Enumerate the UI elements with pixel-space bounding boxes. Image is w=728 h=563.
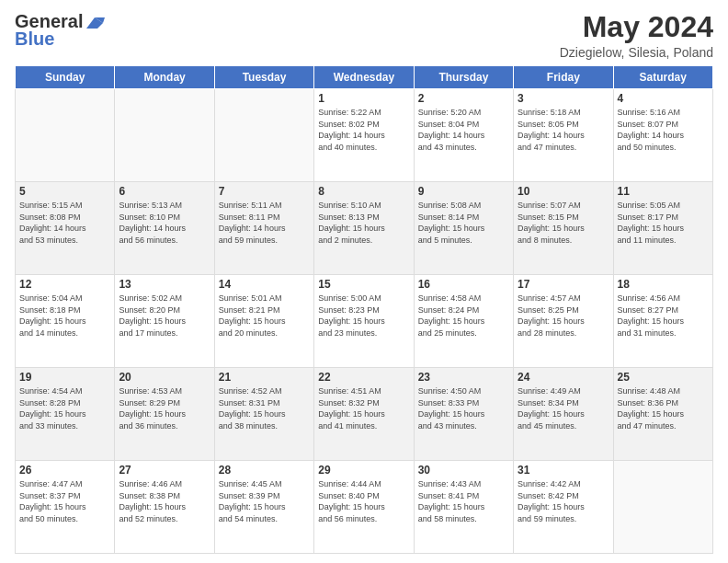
- calendar-week-row: 5Sunrise: 5:15 AM Sunset: 8:08 PM Daylig…: [16, 182, 713, 275]
- day-info: Sunrise: 5:05 AM Sunset: 8:17 PM Dayligh…: [618, 200, 709, 246]
- calendar-cell: 9Sunrise: 5:08 AM Sunset: 8:14 PM Daylig…: [414, 182, 513, 275]
- day-info: Sunrise: 4:54 AM Sunset: 8:28 PM Dayligh…: [19, 385, 110, 431]
- day-number: 14: [219, 278, 310, 291]
- calendar-week-row: 19Sunrise: 4:54 AM Sunset: 8:28 PM Dayli…: [16, 368, 713, 461]
- day-number: 7: [219, 185, 310, 198]
- day-info: Sunrise: 5:18 AM Sunset: 8:05 PM Dayligh…: [518, 107, 609, 153]
- weekday-header-sunday: Sunday: [16, 66, 115, 89]
- day-number: 19: [19, 371, 110, 384]
- day-info: Sunrise: 4:45 AM Sunset: 8:39 PM Dayligh…: [219, 478, 310, 524]
- day-info: Sunrise: 4:53 AM Sunset: 8:29 PM Dayligh…: [119, 385, 210, 431]
- day-info: Sunrise: 4:57 AM Sunset: 8:25 PM Dayligh…: [518, 293, 609, 339]
- calendar-cell: 11Sunrise: 5:05 AM Sunset: 8:17 PM Dayli…: [613, 182, 712, 275]
- day-info: Sunrise: 5:04 AM Sunset: 8:18 PM Dayligh…: [19, 293, 110, 339]
- day-number: 21: [219, 371, 310, 384]
- calendar-cell: [613, 461, 712, 554]
- calendar-cell: 19Sunrise: 4:54 AM Sunset: 8:28 PM Dayli…: [16, 368, 115, 461]
- calendar-cell: 25Sunrise: 4:48 AM Sunset: 8:36 PM Dayli…: [613, 368, 712, 461]
- day-info: Sunrise: 5:13 AM Sunset: 8:10 PM Dayligh…: [119, 200, 210, 246]
- calendar-cell: 4Sunrise: 5:16 AM Sunset: 8:07 PM Daylig…: [613, 89, 712, 182]
- weekday-header-thursday: Thursday: [414, 66, 513, 89]
- day-info: Sunrise: 4:47 AM Sunset: 8:37 PM Dayligh…: [19, 478, 110, 524]
- day-info: Sunrise: 5:16 AM Sunset: 8:07 PM Dayligh…: [618, 107, 709, 153]
- calendar-cell: 23Sunrise: 4:50 AM Sunset: 8:33 PM Dayli…: [414, 368, 513, 461]
- calendar-cell: 26Sunrise: 4:47 AM Sunset: 8:37 PM Dayli…: [16, 461, 115, 554]
- calendar-cell: 20Sunrise: 4:53 AM Sunset: 8:29 PM Dayli…: [115, 368, 214, 461]
- calendar-cell: 24Sunrise: 4:49 AM Sunset: 8:34 PM Dayli…: [514, 368, 613, 461]
- day-number: 22: [318, 371, 409, 384]
- calendar-cell: [16, 89, 115, 182]
- weekday-header-monday: Monday: [115, 66, 214, 89]
- calendar-cell: 16Sunrise: 4:58 AM Sunset: 8:24 PM Dayli…: [414, 275, 513, 368]
- calendar-week-row: 26Sunrise: 4:47 AM Sunset: 8:37 PM Dayli…: [16, 461, 713, 554]
- day-number: 20: [119, 371, 210, 384]
- day-info: Sunrise: 5:22 AM Sunset: 8:02 PM Dayligh…: [318, 107, 409, 153]
- day-info: Sunrise: 4:52 AM Sunset: 8:31 PM Dayligh…: [219, 385, 310, 431]
- calendar-cell: 6Sunrise: 5:13 AM Sunset: 8:10 PM Daylig…: [115, 182, 214, 275]
- day-number: 31: [518, 464, 609, 477]
- day-info: Sunrise: 5:07 AM Sunset: 8:15 PM Dayligh…: [518, 200, 609, 246]
- day-number: 5: [19, 185, 110, 198]
- day-number: 9: [418, 185, 509, 198]
- day-number: 26: [19, 464, 110, 477]
- day-number: 24: [518, 371, 609, 384]
- day-info: Sunrise: 5:15 AM Sunset: 8:08 PM Dayligh…: [19, 200, 110, 246]
- weekday-header-row: SundayMondayTuesdayWednesdayThursdayFrid…: [16, 66, 713, 89]
- calendar-cell: 14Sunrise: 5:01 AM Sunset: 8:21 PM Dayli…: [214, 275, 313, 368]
- day-number: 4: [618, 92, 709, 105]
- day-info: Sunrise: 5:08 AM Sunset: 8:14 PM Dayligh…: [418, 200, 509, 246]
- logo-blue: Blue: [15, 29, 54, 50]
- calendar-cell: 17Sunrise: 4:57 AM Sunset: 8:25 PM Dayli…: [514, 275, 613, 368]
- day-info: Sunrise: 4:46 AM Sunset: 8:38 PM Dayligh…: [119, 478, 210, 524]
- logo: General Blue: [15, 11, 105, 50]
- calendar-cell: 7Sunrise: 5:11 AM Sunset: 8:11 PM Daylig…: [214, 182, 313, 275]
- day-info: Sunrise: 5:11 AM Sunset: 8:11 PM Dayligh…: [219, 200, 310, 246]
- calendar-cell: 13Sunrise: 5:02 AM Sunset: 8:20 PM Dayli…: [115, 275, 214, 368]
- calendar-week-row: 1Sunrise: 5:22 AM Sunset: 8:02 PM Daylig…: [16, 89, 713, 182]
- calendar-cell: 31Sunrise: 4:42 AM Sunset: 8:42 PM Dayli…: [514, 461, 613, 554]
- day-number: 2: [418, 92, 509, 105]
- calendar-cell: 5Sunrise: 5:15 AM Sunset: 8:08 PM Daylig…: [16, 182, 115, 275]
- calendar-cell: 22Sunrise: 4:51 AM Sunset: 8:32 PM Dayli…: [314, 368, 414, 461]
- day-number: 13: [119, 278, 210, 291]
- day-info: Sunrise: 4:48 AM Sunset: 8:36 PM Dayligh…: [618, 385, 709, 431]
- weekday-header-wednesday: Wednesday: [314, 66, 414, 89]
- calendar-cell: 30Sunrise: 4:43 AM Sunset: 8:41 PM Dayli…: [414, 461, 513, 554]
- day-info: Sunrise: 5:01 AM Sunset: 8:21 PM Dayligh…: [219, 293, 310, 339]
- main-title: May 2024: [560, 11, 713, 43]
- calendar-cell: 8Sunrise: 5:10 AM Sunset: 8:13 PM Daylig…: [314, 182, 414, 275]
- title-block: May 2024 Dziegielow, Silesia, Poland: [560, 11, 713, 60]
- day-number: 6: [119, 185, 210, 198]
- day-number: 30: [418, 464, 509, 477]
- calendar-cell: 29Sunrise: 4:44 AM Sunset: 8:40 PM Dayli…: [314, 461, 414, 554]
- day-number: 1: [318, 92, 409, 105]
- day-number: 12: [19, 278, 110, 291]
- day-info: Sunrise: 5:00 AM Sunset: 8:23 PM Dayligh…: [318, 293, 409, 339]
- weekday-header-tuesday: Tuesday: [214, 66, 313, 89]
- calendar-week-row: 12Sunrise: 5:04 AM Sunset: 8:18 PM Dayli…: [16, 275, 713, 368]
- day-number: 15: [318, 278, 409, 291]
- day-info: Sunrise: 5:10 AM Sunset: 8:13 PM Dayligh…: [318, 200, 409, 246]
- day-number: 10: [518, 185, 609, 198]
- day-number: 27: [119, 464, 210, 477]
- day-info: Sunrise: 5:20 AM Sunset: 8:04 PM Dayligh…: [418, 107, 509, 153]
- day-number: 8: [318, 185, 409, 198]
- day-info: Sunrise: 5:02 AM Sunset: 8:20 PM Dayligh…: [119, 293, 210, 339]
- calendar-cell: 3Sunrise: 5:18 AM Sunset: 8:05 PM Daylig…: [514, 89, 613, 182]
- weekday-header-friday: Friday: [514, 66, 613, 89]
- day-info: Sunrise: 4:58 AM Sunset: 8:24 PM Dayligh…: [418, 293, 509, 339]
- page: General Blue May 2024 Dziegielow, Silesi…: [0, 0, 728, 563]
- calendar-cell: 10Sunrise: 5:07 AM Sunset: 8:15 PM Dayli…: [514, 182, 613, 275]
- day-info: Sunrise: 4:42 AM Sunset: 8:42 PM Dayligh…: [518, 478, 609, 524]
- calendar-cell: 2Sunrise: 5:20 AM Sunset: 8:04 PM Daylig…: [414, 89, 513, 182]
- calendar-cell: [214, 89, 313, 182]
- day-number: 29: [318, 464, 409, 477]
- calendar-cell: 1Sunrise: 5:22 AM Sunset: 8:02 PM Daylig…: [314, 89, 414, 182]
- day-info: Sunrise: 4:44 AM Sunset: 8:40 PM Dayligh…: [318, 478, 409, 524]
- calendar-cell: 27Sunrise: 4:46 AM Sunset: 8:38 PM Dayli…: [115, 461, 214, 554]
- day-number: 18: [618, 278, 709, 291]
- day-number: 25: [618, 371, 709, 384]
- day-info: Sunrise: 4:56 AM Sunset: 8:27 PM Dayligh…: [618, 293, 709, 339]
- day-number: 23: [418, 371, 509, 384]
- calendar-cell: 21Sunrise: 4:52 AM Sunset: 8:31 PM Dayli…: [214, 368, 313, 461]
